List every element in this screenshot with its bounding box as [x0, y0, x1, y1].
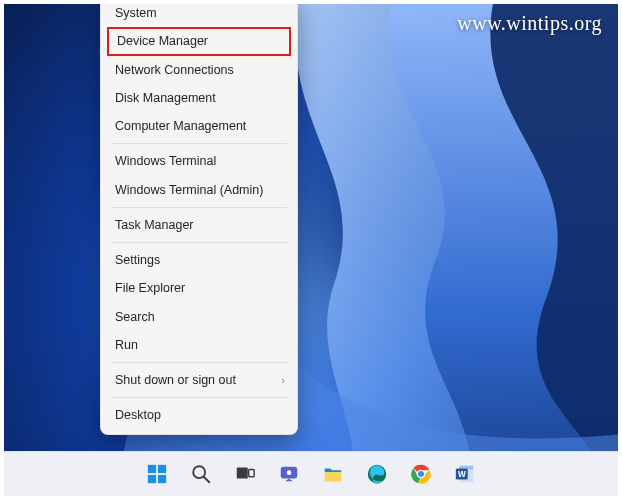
word-icon: W	[454, 463, 476, 485]
svg-rect-6	[237, 468, 248, 479]
svg-rect-7	[249, 469, 255, 476]
menu-separator	[111, 397, 287, 398]
chevron-right-icon: ›	[281, 373, 285, 387]
edge-button[interactable]	[360, 457, 394, 491]
menu-item-system[interactable]: System	[101, 4, 297, 27]
start-button[interactable]	[140, 457, 174, 491]
menu-item-search[interactable]: Search	[101, 303, 297, 331]
taskbar: W	[4, 451, 618, 496]
svg-rect-1	[158, 465, 166, 473]
svg-text:W: W	[458, 470, 466, 479]
search-button[interactable]	[184, 457, 218, 491]
chrome-icon	[410, 463, 432, 485]
menu-item-windows-terminal[interactable]: Windows Terminal	[101, 147, 297, 175]
taskview-icon	[234, 463, 256, 485]
chat-button[interactable]	[272, 457, 306, 491]
menu-item-device-manager[interactable]: Device Manager	[107, 27, 291, 55]
windows-icon	[146, 463, 168, 485]
menu-item-disk-management[interactable]: Disk Management	[101, 84, 297, 112]
menu-item-file-explorer[interactable]: File Explorer	[101, 274, 297, 302]
menu-item-windows-terminal-admin[interactable]: Windows Terminal (Admin)	[101, 176, 297, 204]
menu-item-label: Shut down or sign out	[115, 373, 236, 387]
menu-item-settings[interactable]: Settings	[101, 246, 297, 274]
edge-icon	[366, 463, 388, 485]
search-icon	[190, 463, 212, 485]
folder-icon	[322, 463, 344, 485]
svg-rect-0	[148, 465, 156, 473]
menu-item-network-connections[interactable]: Network Connections	[101, 56, 297, 84]
menu-item-run[interactable]: Run	[101, 331, 297, 359]
menu-separator	[111, 362, 287, 363]
menu-item-computer-management[interactable]: Computer Management	[101, 112, 297, 140]
winx-context-menu[interactable]: System Device Manager Network Connection…	[100, 4, 298, 435]
watermark-text: www.wintips.org	[457, 12, 602, 35]
menu-separator	[111, 207, 287, 208]
svg-line-5	[204, 477, 210, 483]
menu-item-task-manager[interactable]: Task Manager	[101, 211, 297, 239]
file-explorer-button[interactable]	[316, 457, 350, 491]
svg-rect-3	[158, 475, 166, 483]
svg-point-9	[287, 470, 292, 475]
menu-separator	[111, 143, 287, 144]
wallpaper-swirl	[4, 4, 618, 496]
chat-icon	[278, 463, 300, 485]
chrome-button[interactable]	[404, 457, 438, 491]
menu-item-shutdown[interactable]: Shut down or sign out ›	[101, 366, 297, 394]
svg-rect-2	[148, 475, 156, 483]
word-button[interactable]: W	[448, 457, 482, 491]
menu-separator	[111, 242, 287, 243]
taskview-button[interactable]	[228, 457, 262, 491]
menu-item-desktop[interactable]: Desktop	[101, 401, 297, 429]
